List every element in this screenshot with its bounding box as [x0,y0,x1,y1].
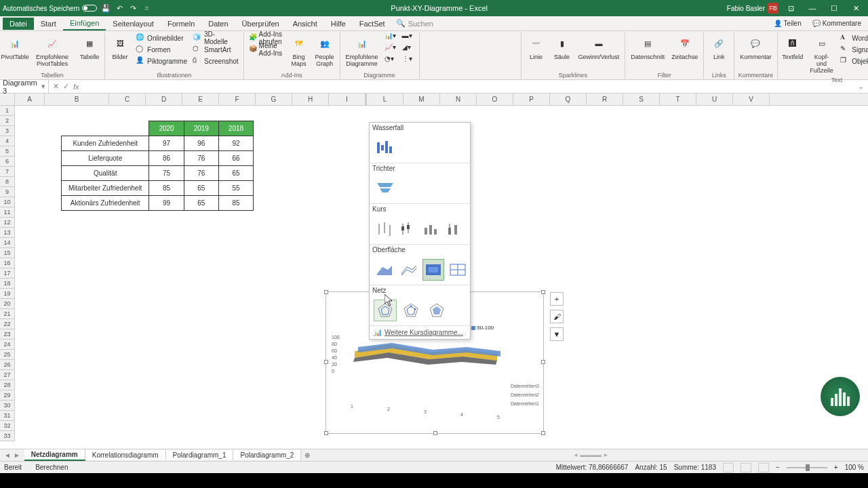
redo-icon[interactable]: ↷ [128,3,138,13]
chart-brush-button[interactable]: 🖌 [550,310,564,323]
column-header[interactable]: O [477,94,513,105]
sheet-nav-prev[interactable]: ◄ [4,451,11,459]
qat-more-icon[interactable]: = [142,3,151,13]
surface-chart-3[interactable] [422,259,444,281]
row-header[interactable]: 26 [0,360,15,370]
autosave-toggle[interactable]: Automatisches Speichern [3,5,97,12]
row-header[interactable]: 27 [0,370,15,380]
object-button[interactable]: ❐Objekt [838,56,868,66]
surface-chart-4[interactable] [447,259,469,281]
sheet-tab-polar1[interactable]: Polardiagramm_1 [166,450,234,460]
tell-me-search[interactable]: 🔍 Suchen [392,19,437,28]
screenshot-button[interactable]: ⎙Screenshot [191,56,241,66]
slicer-button[interactable]: ▤Datenschnitt [628,33,667,62]
row-header[interactable]: 8 [0,177,15,187]
sheet-tab-netzdiagramm[interactable]: Netzdiagramm [24,449,85,461]
row-header[interactable]: 28 [0,380,15,390]
recommended-pivot-button[interactable]: 📈Empfohlene PivotTables [28,33,76,69]
row-header[interactable]: 21 [0,309,15,319]
row-header[interactable]: 11 [0,207,15,218]
column-header[interactable]: N [440,94,477,105]
tab-review[interactable]: Überprüfen [235,18,286,30]
radar-chart-2[interactable] [399,300,422,321]
online-pictures-button[interactable]: 🌐Onlinebilder [134,33,189,43]
expand-formula-icon[interactable]: ⌄ [854,82,868,91]
models3d-button[interactable]: 🧊3D-Modelle [191,33,241,43]
cancel-formula-icon[interactable]: ✕ [53,82,59,91]
name-box[interactable]: Diagramm 3▾ [0,79,49,95]
row-header[interactable]: 33 [0,431,15,441]
column-header[interactable]: A [15,94,45,105]
tab-help[interactable]: Hilfe [324,18,353,30]
column-header[interactable]: C [109,94,146,105]
radar-chart-3[interactable] [425,300,448,321]
stock-chart-4[interactable] [445,218,466,240]
column-header[interactable]: G [256,94,292,105]
chart-filter-button[interactable]: ▼ [550,327,564,341]
pictures-button[interactable]: 🖼Bilder [108,33,132,62]
headerfooter-button[interactable]: ▭Kopf- und Fußzeile [806,33,837,76]
bing-maps-button[interactable]: 🗺Bing Maps [287,33,311,69]
funnel-chart-option[interactable] [374,178,397,199]
row-header[interactable]: 25 [0,350,15,360]
row-header[interactable]: 23 [0,329,15,340]
undo-icon[interactable]: ↶ [115,3,124,13]
column-header[interactable]: E [182,94,219,105]
view-page-break-button[interactable] [758,463,769,472]
row-header[interactable]: 1 [0,106,15,116]
comment-button[interactable]: 💬Kommentar [737,33,774,62]
my-addins-button[interactable]: 📦Meine Add-Ins [247,44,285,55]
row-header[interactable]: 29 [0,390,15,401]
worksheet-grid[interactable]: ABCDEFGHILMNOPQRSTUV 1234567891011121314… [0,94,868,449]
share-button[interactable]: 👤Teilen [770,18,806,28]
column-header[interactable]: D [146,94,182,105]
column-header[interactable]: R [587,94,623,105]
column-header[interactable]: S [623,94,660,105]
row-header[interactable]: 4 [0,136,15,146]
stock-chart-2[interactable] [397,218,418,240]
row-header[interactable]: 10 [0,197,15,207]
select-all-corner[interactable] [0,94,15,105]
column-header[interactable]: P [513,94,550,105]
recommended-charts-button[interactable]: 📊Empfohlene Diagramme [343,33,381,69]
view-page-layout-button[interactable] [741,463,751,472]
row-header[interactable]: 9 [0,187,15,197]
row-header[interactable]: 24 [0,340,15,350]
row-header[interactable]: 7 [0,167,15,177]
zoom-slider[interactable] [787,467,827,468]
surface-chart-2[interactable] [398,259,420,281]
pie-chart-button[interactable]: ◔▾ [382,56,399,66]
user-avatar[interactable]: FB [768,3,778,14]
add-sheet-button[interactable]: ⊕ [301,451,313,459]
row-header[interactable]: 31 [0,411,15,421]
row-header[interactable]: 19 [0,289,15,299]
zoom-in-button[interactable]: + [834,464,838,471]
row-header[interactable]: 2 [0,116,15,126]
wordart-button[interactable]: 𝐀WordArt [838,33,868,43]
column-header[interactable]: I [329,94,366,105]
column-header[interactable]: V [733,94,770,105]
fx-icon[interactable]: fx [73,83,79,91]
sparkline-winloss-button[interactable]: ▬Gewinn/Verlust [576,33,623,62]
waterfall-chart-option[interactable] [374,137,397,159]
row-header[interactable]: 14 [0,238,15,248]
row-header[interactable]: 32 [0,421,15,431]
table-button[interactable]: ▦Tabelle [77,33,102,62]
column-header[interactable]: B [45,94,109,105]
line-chart-button[interactable]: 📈▾ [382,44,399,55]
area-chart-button[interactable]: ◢▾ [400,44,416,55]
textbox-button[interactable]: 🅰Textfeld [781,33,805,62]
tab-pagelayout[interactable]: Seitenlayout [106,18,161,30]
sheet-nav-next[interactable]: ► [14,451,20,459]
sparkline-column-button[interactable]: ▮Säule [550,33,574,62]
column-chart-button[interactable]: 📊▾ [382,33,399,43]
more-charts-link[interactable]: 📊Weitere Kursdiagramme... [370,326,470,339]
chart-plus-button[interactable]: + [550,292,564,306]
tab-start[interactable]: Start [34,18,63,30]
tab-file[interactable]: Datei [3,18,34,30]
row-header[interactable]: 3 [0,126,15,136]
row-header[interactable]: 15 [0,248,15,258]
people-graph-button[interactable]: 👥People Graph [313,33,337,69]
close-button[interactable]: ✕ [846,1,865,15]
link-button[interactable]: 🔗Link [707,33,731,62]
